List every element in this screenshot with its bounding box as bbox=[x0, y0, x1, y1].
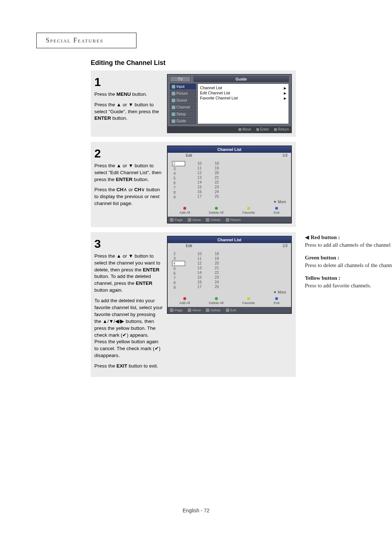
osd-btn-delete-all: Delete All bbox=[209, 297, 224, 305]
channel-item: 4 bbox=[172, 261, 185, 266]
channel-item: 19 bbox=[214, 166, 220, 170]
red-dot-icon bbox=[183, 207, 186, 210]
text: To add the deleted into your favorite ch… bbox=[94, 298, 163, 337]
color-button-notes: Red button : Press to add all channels o… bbox=[305, 234, 392, 295]
label: Add All bbox=[179, 301, 190, 305]
channel-item: 25 bbox=[214, 194, 220, 198]
channel-item: 10 bbox=[197, 161, 203, 165]
yellow-dot-icon bbox=[247, 207, 250, 210]
guide-icon bbox=[172, 119, 175, 123]
osd-footer-move: Move bbox=[192, 308, 201, 312]
osd-channel-list-1: Channel List Edit 1/3 2 3 4 5 6 7 8 9 10 bbox=[167, 145, 292, 224]
channel-item: 23 bbox=[214, 275, 220, 279]
delete-icon bbox=[206, 308, 209, 312]
channel-item: 25 bbox=[214, 284, 220, 289]
up-caret-icon: ∧ bbox=[123, 187, 127, 192]
menu-button-label: MENU bbox=[117, 91, 131, 97]
text: Press the ▲ or ▼ button to select "Guide… bbox=[94, 102, 159, 114]
ch-up-label: CH bbox=[117, 187, 124, 192]
osd-side-guide: Guide bbox=[170, 118, 196, 124]
osd-btn-delete-all: Delete All bbox=[209, 207, 224, 214]
osd-panel-favorite-channel-list: Favorite Channel List bbox=[200, 95, 286, 101]
osd-panel-channel-list: Channel List bbox=[200, 85, 286, 90]
label: Delete All bbox=[209, 210, 224, 214]
channel-item: 20 bbox=[214, 261, 220, 265]
move-icon bbox=[188, 218, 191, 222]
label: Edit Channel List bbox=[200, 91, 230, 95]
channel-item: 9 bbox=[173, 195, 185, 199]
osd-title: Guide bbox=[193, 76, 289, 82]
osd-btn-add-all: Add All bbox=[179, 207, 190, 214]
channel-item: 10 bbox=[197, 251, 203, 256]
osd-side-sound: Sound bbox=[170, 97, 196, 103]
channel-item: 3 bbox=[173, 167, 185, 171]
green-dot-icon bbox=[215, 297, 218, 300]
label: Delete All bbox=[209, 301, 224, 305]
down-caret-icon: ∨ bbox=[141, 187, 145, 192]
green-button-title: Green button : bbox=[305, 255, 339, 261]
channel-item: 7 bbox=[173, 276, 185, 280]
channel-item: 2 bbox=[172, 161, 185, 166]
osd-btn-add-all: Add All bbox=[179, 297, 190, 305]
osd-footer-delete: Delete bbox=[211, 218, 220, 222]
page-heading: Editing the Channel List bbox=[91, 59, 356, 67]
osd-footer-move: Move bbox=[238, 127, 251, 131]
osd-side-picture: Picture bbox=[170, 90, 196, 97]
label: Exit bbox=[274, 210, 279, 214]
channel-item: 18 bbox=[214, 251, 220, 256]
channel-item: 8 bbox=[173, 190, 185, 194]
label: Favorite Channel List bbox=[200, 96, 238, 100]
label: Sound bbox=[176, 98, 187, 102]
channel-item: 24 bbox=[214, 189, 220, 194]
channel-item: 12 bbox=[197, 171, 203, 175]
channel-item: 5 bbox=[173, 266, 185, 271]
yellow-dot-icon bbox=[247, 297, 250, 300]
text: button. bbox=[132, 177, 149, 182]
text: Press the bbox=[94, 91, 117, 97]
osd-side-channel: Channel bbox=[170, 104, 196, 110]
osd-btn-exit: Exit bbox=[274, 297, 279, 305]
channel-icon bbox=[172, 106, 175, 109]
text: button again. bbox=[94, 287, 123, 293]
red-button-title: Red button : bbox=[311, 234, 340, 240]
channel-item: 21 bbox=[214, 266, 220, 270]
blue-dot-icon bbox=[275, 297, 278, 300]
osd-btn-exit: Exit bbox=[274, 207, 279, 214]
osd-footer-page: Page bbox=[175, 308, 183, 312]
label: Favorite bbox=[242, 210, 255, 214]
osd-footer-enter: Enter bbox=[256, 127, 269, 131]
step-number: 3 bbox=[94, 236, 163, 252]
step-number: 1 bbox=[94, 74, 163, 90]
step-2: 2 Press the ▲ or ▼ button to select "Edi… bbox=[91, 142, 296, 227]
green-dot-icon bbox=[215, 207, 218, 210]
step-number: 2 bbox=[94, 145, 163, 162]
label: Channel List bbox=[200, 86, 222, 90]
red-dot-icon bbox=[183, 297, 186, 300]
label: Exit bbox=[274, 301, 279, 305]
channel-item: 2 bbox=[173, 251, 185, 256]
channel-item: 3 bbox=[173, 256, 185, 261]
label: Setup bbox=[176, 112, 186, 116]
text: button. bbox=[131, 91, 147, 97]
chevron-right-icon bbox=[284, 91, 286, 95]
osd-guide-menu: TV Guide Input Picture Sound Channel Set… bbox=[167, 74, 292, 133]
channel-item: 22 bbox=[214, 180, 220, 184]
channel-item: 8 bbox=[173, 280, 185, 285]
osd-panel-edit-channel-list: Edit Channel List bbox=[200, 90, 286, 95]
text: Press the bbox=[94, 363, 117, 369]
ch-down-label: CH bbox=[134, 187, 142, 192]
page-footer: English - 72 bbox=[36, 508, 356, 513]
move-icon bbox=[188, 308, 191, 312]
step-3: 3 Press the ▲ or ▼ button to select the … bbox=[91, 232, 296, 377]
osd-footer-return: Return bbox=[230, 218, 241, 222]
osd-tab: Edit bbox=[186, 244, 192, 248]
osd-btn-favorite: Favorite bbox=[242, 207, 255, 214]
channel-item: 15 bbox=[197, 275, 203, 279]
osd-side-setup: Setup bbox=[170, 111, 196, 117]
channel-item: 15 bbox=[197, 185, 203, 189]
enter-button-label: ENTER bbox=[94, 115, 111, 121]
section-header: Special Features bbox=[36, 33, 136, 48]
setup-icon bbox=[172, 112, 175, 116]
osd-tab: Edit bbox=[186, 153, 192, 157]
enter-button-label: ENTER bbox=[136, 280, 152, 286]
